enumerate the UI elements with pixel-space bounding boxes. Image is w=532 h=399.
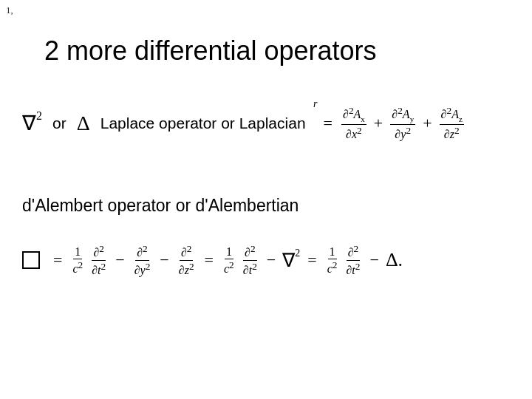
frac-1c2-b: 1 c2 bbox=[222, 245, 236, 276]
dalembert-equation-line: = 1 c2 ∂2 ∂t2 − ∂2 ∂y2 − ∂2 ∂z2 = 1 c2 ∂… bbox=[22, 244, 403, 277]
equals-sign-dalembert: = bbox=[53, 250, 62, 270]
slide-number: 1, bbox=[6, 4, 13, 16]
minus-sign-4: − bbox=[369, 250, 378, 270]
plus-sign-2: + bbox=[423, 114, 432, 133]
r-superscript: r bbox=[313, 98, 317, 110]
frac-ay: ∂2Ay ∂y2 bbox=[390, 106, 415, 141]
frac-dz2: ∂2 ∂z2 bbox=[177, 244, 196, 277]
minus-sign-3: − bbox=[267, 250, 276, 270]
or-label-1: or bbox=[52, 115, 66, 132]
frac-dt2-3: ∂2 ∂t2 bbox=[344, 244, 361, 277]
delta-dalembert: Δ. bbox=[386, 249, 403, 271]
frac-dy2: ∂2 ∂y2 bbox=[133, 244, 152, 277]
minus-sign-1: − bbox=[115, 250, 124, 270]
laplace-description: Laplace operator or Laplacian bbox=[100, 115, 306, 132]
nabla-squared-symbol: ∇2 bbox=[22, 111, 42, 135]
box-operator-symbol bbox=[22, 251, 40, 269]
frac-dt2-2: ∂2 ∂t2 bbox=[242, 244, 259, 277]
frac-az: ∂2Az ∂z2 bbox=[440, 106, 464, 141]
page-title: 2 more differential operators bbox=[44, 35, 377, 66]
frac-1c2-c: 1 c2 bbox=[326, 245, 339, 276]
dalembert-label: d'Alembert operator or d'Alembertian bbox=[22, 196, 299, 216]
equals-sign-3: = bbox=[307, 250, 316, 270]
frac-1c2: 1 c2 bbox=[71, 245, 84, 276]
plus-sign-1: + bbox=[374, 114, 383, 133]
equals-sign-2: = bbox=[205, 250, 214, 270]
frac-ax: ∂2Ax ∂x2 bbox=[341, 106, 366, 141]
frac-dt2-1: ∂2 ∂t2 bbox=[90, 244, 107, 277]
minus-sign-2: − bbox=[160, 250, 168, 270]
laplace-equation-line: ∇2 or Δ Laplace operator or Laplacian = … bbox=[22, 106, 466, 141]
delta-symbol: Δ bbox=[77, 112, 90, 135]
nabla-squared-dalembert: ∇2 bbox=[282, 249, 300, 272]
equals-sign-1: = bbox=[324, 114, 332, 133]
